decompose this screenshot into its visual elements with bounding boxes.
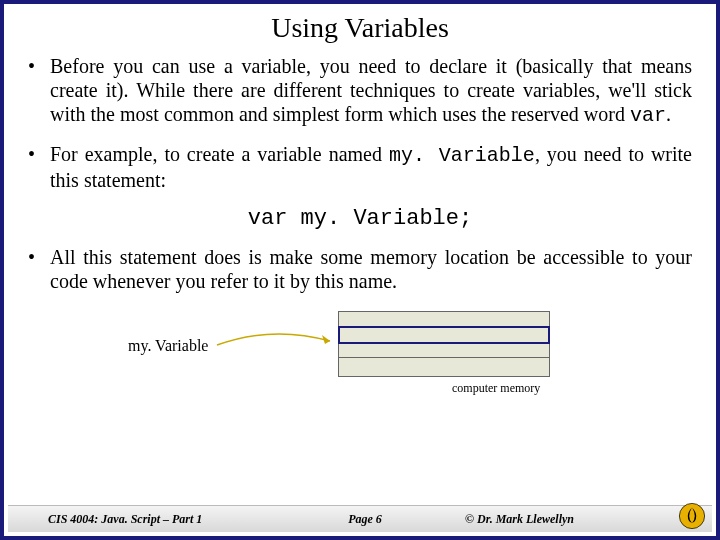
- memory-caption: computer memory: [452, 381, 540, 396]
- arrow-icon: [212, 327, 342, 367]
- bullet-dot-icon: •: [28, 245, 50, 293]
- bullet-dot-icon: •: [28, 142, 50, 192]
- bullet-2-text: For example, to create a variable named …: [50, 142, 692, 192]
- footer-author: © Dr. Mark Llewellyn: [435, 512, 712, 527]
- bullet-2: • For example, to create a variable name…: [28, 142, 692, 192]
- slide-footer: CIS 4004: Java. Script – Part 1 Page 6 ©…: [8, 505, 712, 532]
- bullet-3-text: All this statement does is make some mem…: [50, 245, 692, 293]
- bullet-3: • All this statement does is make some m…: [28, 245, 692, 293]
- memory-row-highlighted: [338, 326, 550, 344]
- footer-course: CIS 4004: Java. Script – Part 1: [8, 512, 295, 527]
- bullet-dot-icon: •: [28, 54, 50, 128]
- memory-row: [339, 358, 549, 373]
- bullet-1-code: var: [630, 104, 666, 127]
- code-statement: var my. Variable;: [28, 206, 692, 231]
- bullet-2-pre: For example, to create a variable named: [50, 143, 389, 165]
- bullet-1-post: .: [666, 103, 671, 125]
- variable-pointer-label: my. Variable: [128, 337, 208, 355]
- memory-box: [338, 311, 550, 377]
- bullet-1-pre: Before you can use a variable, you need …: [50, 55, 692, 125]
- bullet-1: • Before you can use a variable, you nee…: [28, 54, 692, 128]
- bullet-1-text: Before you can use a variable, you need …: [50, 54, 692, 128]
- footer-author-text: © Dr. Mark Llewellyn: [465, 512, 574, 526]
- memory-row: [339, 312, 549, 327]
- slide: Using Variables • Before you can use a v…: [0, 0, 720, 540]
- svg-point-0: [679, 503, 704, 528]
- bullet-2-code: my. Variable: [389, 144, 535, 167]
- ucf-logo-icon: [678, 502, 706, 530]
- slide-content: • Before you can use a variable, you nee…: [4, 54, 716, 397]
- bullet-3-pre: All this statement does is make some mem…: [50, 246, 692, 292]
- slide-title: Using Variables: [4, 12, 716, 44]
- footer-page: Page 6: [295, 512, 435, 527]
- memory-row: [339, 343, 549, 358]
- memory-diagram: my. Variable computer memory: [28, 307, 692, 397]
